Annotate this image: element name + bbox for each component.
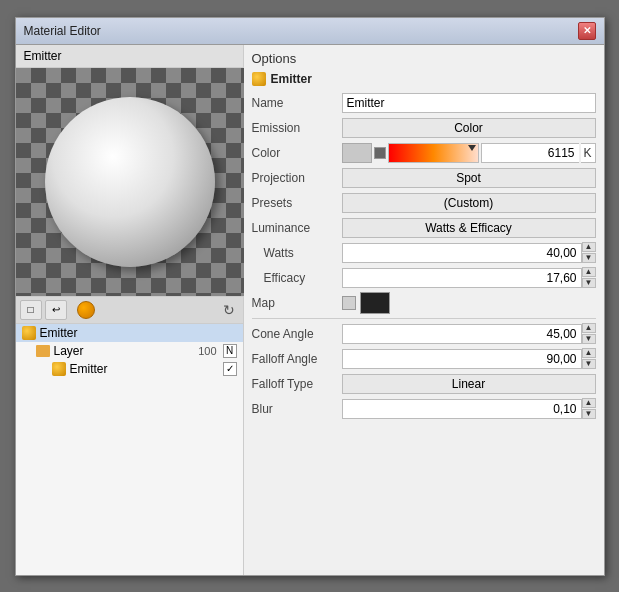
presets-row: Presets (Custom) <box>252 192 596 214</box>
blur-label: Blur <box>252 402 342 416</box>
falloff-type-label: Falloff Type <box>252 377 342 391</box>
color-label: Color <box>252 146 342 160</box>
map-row: Map <box>252 292 596 314</box>
material-icon <box>77 301 95 319</box>
layer-checkbox[interactable]: N <box>223 344 237 358</box>
presets-value: (Custom) <box>342 193 596 213</box>
falloff-angle-num: 90,00 <box>342 349 582 369</box>
presets-label: Presets <box>252 196 342 210</box>
blur-num: 0,10 <box>342 399 582 419</box>
falloff-angle-down[interactable]: ▼ <box>582 359 596 369</box>
watts-down[interactable]: ▼ <box>582 253 596 263</box>
color-gradient[interactable] <box>388 143 479 163</box>
titlebar: Material Editor ✕ <box>16 18 604 45</box>
tree-label-emitter-child: Emitter <box>70 362 219 376</box>
preview-sphere <box>45 97 215 267</box>
watts-up[interactable]: ▲ <box>582 242 596 252</box>
cone-num: 45,00 <box>342 324 582 344</box>
color-arrow <box>468 145 476 151</box>
section-title: Emitter <box>271 72 312 86</box>
folder-icon <box>36 345 50 357</box>
watts-row: Watts 40,00 ▲ ▼ <box>252 242 596 264</box>
close-button[interactable]: ✕ <box>578 22 596 40</box>
color-value: 6115 K <box>342 143 596 163</box>
presets-button[interactable]: (Custom) <box>342 193 596 213</box>
window-title: Material Editor <box>24 24 101 38</box>
falloff-type-row: Falloff Type Linear <box>252 373 596 395</box>
tree-num-layer: 100 <box>198 345 216 357</box>
blur-value: 0,10 ▲ ▼ <box>342 398 596 419</box>
emitter-checkbox[interactable]: ✓ <box>223 362 237 376</box>
color-control: 6115 K <box>342 143 596 163</box>
divider <box>252 318 596 319</box>
falloff-angle-up[interactable]: ▲ <box>582 348 596 358</box>
cone-label: Cone Angle <box>252 327 342 341</box>
tree-item-layer[interactable]: Layer 100 N <box>16 342 243 360</box>
color-swatch-small[interactable] <box>374 147 386 159</box>
name-row: Name <box>252 92 596 114</box>
save-button[interactable]: □ <box>20 300 42 320</box>
falloff-angle-control: 90,00 ▲ ▼ <box>342 348 596 369</box>
cone-spinner: ▲ ▼ <box>582 323 596 344</box>
falloff-type-button[interactable]: Linear <box>342 374 596 394</box>
tree-label-layer: Layer <box>54 344 195 358</box>
cone-up[interactable]: ▲ <box>582 323 596 333</box>
watts-value: 40,00 ▲ ▼ <box>342 242 596 263</box>
color-swatch-gray[interactable] <box>342 143 372 163</box>
blur-up[interactable]: ▲ <box>582 398 596 408</box>
emission-button[interactable]: Color <box>342 118 596 138</box>
name-value <box>342 93 596 113</box>
left-panel: Emitter □ ↩ ↻ Emitter <box>16 45 244 575</box>
luminance-value: Watts & Efficacy <box>342 218 596 238</box>
color-row: Color 6115 K <box>252 142 596 164</box>
efficacy-control: 17,60 ▲ ▼ <box>342 267 596 288</box>
open-button[interactable]: ↩ <box>45 300 67 320</box>
luminance-button[interactable]: Watts & Efficacy <box>342 218 596 238</box>
map-checkbox[interactable] <box>342 296 356 310</box>
watts-num: 40,00 <box>342 243 582 263</box>
preview-toolbar: □ ↩ ↻ <box>16 296 243 324</box>
emitter-icon <box>22 326 36 340</box>
projection-label: Projection <box>252 171 342 185</box>
name-label: Name <box>252 96 342 110</box>
projection-row: Projection Spot <box>252 167 596 189</box>
efficacy-down[interactable]: ▼ <box>582 278 596 288</box>
material-editor-window: Material Editor ✕ Emitter □ ↩ ↻ <box>15 17 605 576</box>
map-value <box>342 292 596 314</box>
luminance-row: Luminance Watts & Efficacy <box>252 217 596 239</box>
emission-row: Emission Color <box>252 117 596 139</box>
falloff-angle-value: 90,00 ▲ ▼ <box>342 348 596 369</box>
cone-down[interactable]: ▼ <box>582 334 596 344</box>
map-swatch[interactable] <box>360 292 390 314</box>
blur-spinner: ▲ ▼ <box>582 398 596 419</box>
blur-row: Blur 0,10 ▲ ▼ <box>252 398 596 420</box>
efficacy-row: Efficacy 17,60 ▲ ▼ <box>252 267 596 289</box>
cone-row: Cone Angle 45,00 ▲ ▼ <box>252 323 596 345</box>
emission-value: Color <box>342 118 596 138</box>
emitter-child-icon <box>52 362 66 376</box>
falloff-angle-spinner: ▲ ▼ <box>582 348 596 369</box>
refresh-button[interactable]: ↻ <box>219 300 239 320</box>
blur-down[interactable]: ▼ <box>582 409 596 419</box>
emission-label: Emission <box>252 121 342 135</box>
efficacy-value: 17,60 ▲ ▼ <box>342 267 596 288</box>
right-panel: Options Emitter Name Emission Color <box>244 45 604 575</box>
blur-control: 0,10 ▲ ▼ <box>342 398 596 419</box>
efficacy-spinner: ▲ ▼ <box>582 267 596 288</box>
name-input[interactable] <box>342 93 596 113</box>
section-header: Emitter <box>252 72 596 86</box>
projection-value: Spot <box>342 168 596 188</box>
projection-button[interactable]: Spot <box>342 168 596 188</box>
material-tree: Emitter Layer 100 N Emitter ✓ <box>16 324 243 575</box>
efficacy-up[interactable]: ▲ <box>582 267 596 277</box>
cone-control: 45,00 ▲ ▼ <box>342 323 596 344</box>
watts-control: 40,00 ▲ ▼ <box>342 242 596 263</box>
falloff-type-value: Linear <box>342 374 596 394</box>
color-unit: K <box>581 143 596 163</box>
tree-item-emitter-root[interactable]: Emitter <box>16 324 243 342</box>
tree-label-emitter-root: Emitter <box>40 326 237 340</box>
section-emitter-icon <box>252 72 266 86</box>
preview-label: Emitter <box>16 45 243 68</box>
color-num-value: 6115 <box>481 143 579 163</box>
tree-item-emitter-child[interactable]: Emitter ✓ <box>16 360 243 378</box>
